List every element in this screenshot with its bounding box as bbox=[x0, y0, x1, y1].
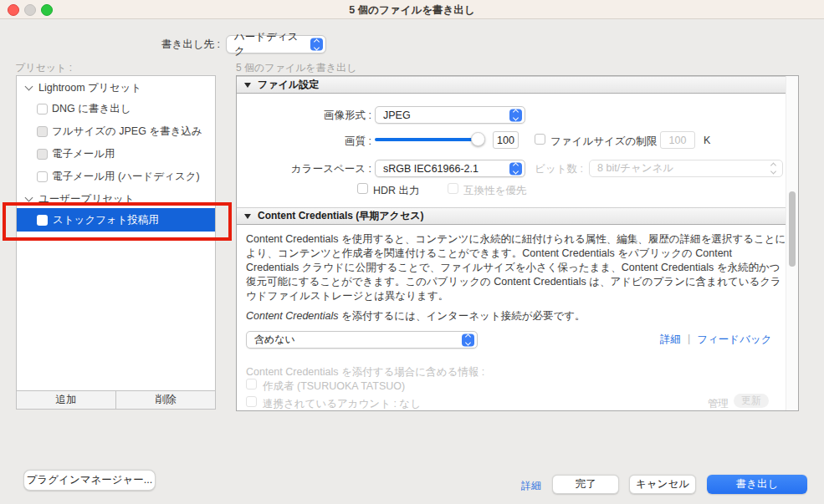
feedback-link[interactable]: フィードバック bbox=[697, 333, 771, 347]
preset-item-label: 電子メール用 (ハードディスク) bbox=[52, 170, 200, 184]
content-credentials-title: Content Credentials (早期アクセス) bbox=[258, 209, 423, 223]
size-limit-unit: K bbox=[704, 135, 710, 146]
cc-description-line: Credentials クラウドに公開することで、ファイルサイズを小さく保ったま… bbox=[246, 261, 788, 275]
export-to-select[interactable]: ハードディスク bbox=[226, 35, 326, 53]
file-settings-title: ファイル設定 bbox=[258, 78, 319, 92]
size-limit-checkbox[interactable] bbox=[535, 134, 545, 145]
preset-checkbox[interactable] bbox=[37, 149, 48, 160]
export-to-label: 書き出し先 : bbox=[149, 38, 220, 52]
remove-preset-button[interactable]: 削除 bbox=[115, 391, 215, 409]
author-label: 作成者 (TSURUOKA TATSUO) bbox=[263, 379, 405, 394]
preset-checkbox[interactable] bbox=[37, 171, 48, 182]
size-limit-label: ファイルサイズの制限 : bbox=[550, 135, 663, 149]
cancel-button[interactable]: キャンセル bbox=[629, 475, 696, 494]
preset-item-fullsize-jpeg[interactable]: フルサイズの JPEG を書き込み bbox=[17, 125, 215, 138]
cc-description-line: 復元可能にすることができます。このパブリックの Content Credenti… bbox=[246, 275, 788, 289]
cc-note: Content Credentials を添付するには、インターネット接続が必要… bbox=[246, 309, 586, 323]
chevron-down-icon bbox=[25, 83, 33, 91]
content-credentials-header[interactable]: Content Credentials (早期アクセス) bbox=[237, 207, 786, 225]
preset-item-label: 電子メール用 bbox=[52, 147, 115, 161]
author-checkbox bbox=[246, 379, 257, 389]
collapse-triangle-icon bbox=[244, 83, 251, 88]
stepper-icon bbox=[767, 162, 780, 175]
stepper-icon bbox=[310, 38, 323, 51]
cc-description-line: ウドファイルストレージとは異なります。 bbox=[246, 289, 788, 303]
bit-depth-select: 8 bit/チャンネル bbox=[589, 160, 783, 177]
image-format-select[interactable]: JPEG bbox=[375, 106, 525, 124]
preset-checkbox[interactable] bbox=[37, 126, 48, 137]
done-button[interactable]: 完了 bbox=[552, 475, 619, 494]
titlebar: 5 個のファイルを書き出し bbox=[0, 0, 824, 19]
color-space-label: カラースペース : bbox=[237, 162, 371, 176]
image-format-value: JPEG bbox=[383, 109, 411, 121]
collapse-triangle-icon bbox=[244, 214, 251, 219]
export-to-value: ハードディスク bbox=[234, 30, 307, 59]
hdr-output-label: HDR 出力 bbox=[373, 184, 420, 198]
preset-item-email[interactable]: 電子メール用 bbox=[17, 147, 215, 160]
preset-group-label: ユーザープリセット bbox=[38, 192, 135, 206]
hdr-output-checkbox[interactable] bbox=[357, 183, 368, 194]
cc-links: 詳細 | フィードバック bbox=[660, 333, 772, 347]
account-checkbox bbox=[246, 396, 257, 407]
compatibility-checkbox bbox=[448, 183, 458, 194]
cc-description: Content Credentials を使用すると、コンテンツに永続的に紐付け… bbox=[246, 232, 788, 303]
bit-depth-label: ビット数 : bbox=[513, 162, 583, 176]
add-preset-button[interactable]: 追加 bbox=[17, 391, 115, 409]
preset-group-user[interactable]: ユーザープリセット bbox=[17, 192, 215, 206]
update-button: 更新 bbox=[734, 394, 769, 408]
preset-list-buttons: 追加 削除 bbox=[17, 390, 215, 409]
details-link[interactable]: 詳細 bbox=[660, 333, 681, 347]
plugin-manager-button[interactable]: プラグインマネージャー... bbox=[23, 470, 156, 491]
color-space-value: sRGB IEC61966-2.1 bbox=[383, 163, 479, 175]
quality-label: 画質 : bbox=[237, 135, 371, 149]
export-dialog-window: 5 個のファイルを書き出し 書き出し先 : ハードディスク プリセット : Li… bbox=[0, 0, 824, 504]
quality-slider[interactable] bbox=[375, 138, 484, 141]
stepper-icon bbox=[509, 109, 522, 121]
size-limit-input[interactable]: 100 bbox=[660, 131, 695, 149]
stepper-icon bbox=[462, 333, 474, 346]
cc-description-line: Content Credentials を使用すると、コンテンツに永続的に紐付け… bbox=[246, 232, 788, 247]
account-label: 連携されているアカウント : なし bbox=[263, 397, 421, 411]
window-title: 5 個のファイルを書き出し bbox=[0, 3, 824, 18]
manage-label: 管理 bbox=[708, 397, 729, 411]
footer-details-link[interactable]: 詳細 bbox=[521, 479, 541, 493]
cc-include-caption: Content Credentials を添付する場合に含める情報 : bbox=[246, 365, 484, 379]
quality-value-input[interactable]: 100 bbox=[493, 131, 519, 149]
link-separator: | bbox=[688, 333, 690, 347]
chevron-down-icon bbox=[25, 194, 33, 202]
preset-item-label: DNG に書き出し bbox=[52, 102, 131, 116]
settings-panel: ファイル設定 画像形式 : JPEG 画質 : 100 ファイルサイズの制限 :… bbox=[236, 75, 799, 411]
scrollbar-thumb[interactable] bbox=[789, 191, 796, 267]
preset-item-email-harddisk[interactable]: 電子メール用 (ハードディスク) bbox=[17, 170, 215, 183]
cc-description-line: より、コンテンツと作成者を関連付けることができます。Content Creden… bbox=[246, 247, 788, 261]
preset-item-dng[interactable]: DNG に書き出し bbox=[17, 102, 215, 115]
export-button[interactable]: 書き出し bbox=[707, 475, 807, 494]
preset-item-label: ストックフォト投稿用 bbox=[53, 213, 159, 227]
scrollbar[interactable] bbox=[786, 76, 798, 410]
preset-listbox[interactable]: Lightroom プリセット DNG に書き出し フルサイズの JPEG を書… bbox=[16, 75, 216, 410]
color-space-select[interactable]: sRGB IEC61966-2.1 bbox=[375, 160, 525, 177]
cc-note-rest: を添付するには、インターネット接続が必要です。 bbox=[338, 310, 585, 322]
preset-item-label: フルサイズの JPEG を書き込み bbox=[52, 125, 202, 139]
bit-depth-value: 8 bit/チャンネル bbox=[597, 161, 673, 176]
preset-checkbox[interactable] bbox=[37, 215, 48, 226]
cc-attach-value: 含めない bbox=[254, 333, 295, 347]
files-caption: 5 個のファイルを書き出し bbox=[236, 61, 356, 75]
cc-attach-select[interactable]: 含めない bbox=[246, 331, 478, 349]
preset-caption: プリセット : bbox=[15, 61, 72, 75]
compatibility-label: 互換性を優先 bbox=[463, 184, 526, 198]
quality-slider-thumb[interactable] bbox=[471, 132, 485, 146]
preset-group-label: Lightroom プリセット bbox=[38, 81, 141, 95]
cc-note-italic: Content Credentials bbox=[246, 310, 338, 322]
preset-checkbox[interactable] bbox=[37, 104, 48, 115]
preset-group-lightroom[interactable]: Lightroom プリセット bbox=[17, 81, 215, 94]
preset-item-stockphoto-selected[interactable]: ストックフォト投稿用 bbox=[17, 208, 215, 232]
image-format-label: 画像形式 : bbox=[237, 109, 371, 123]
file-settings-header[interactable]: ファイル設定 bbox=[237, 76, 786, 94]
